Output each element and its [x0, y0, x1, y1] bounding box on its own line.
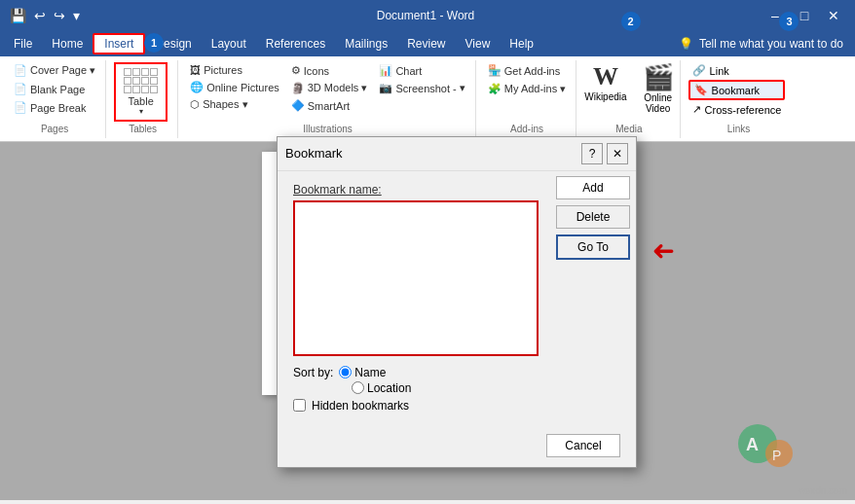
- media-group-label: Media: [615, 122, 642, 134]
- delete-button[interactable]: Delete: [556, 205, 630, 229]
- chart-button[interactable]: 📊 Chart: [375, 62, 468, 79]
- blank-page-button[interactable]: 📄 Blank Page: [10, 81, 89, 97]
- cross-reference-icon: ↗: [692, 103, 701, 116]
- pictures-button[interactable]: 🖼 Pictures: [186, 62, 283, 78]
- pictures-icon: 🖼: [190, 64, 201, 76]
- pages-group-label: Pages: [41, 122, 68, 134]
- title-bar: 💾 ↩ ↪ ▾ Document1 - Word – □ ✕: [0, 0, 855, 31]
- chart-icon: 📊: [379, 64, 392, 77]
- cross-reference-button[interactable]: ↗ Cross-reference: [688, 101, 786, 118]
- screenshot-icon: 📷: [379, 82, 392, 94]
- bookmark-icon: 🔖: [694, 84, 708, 96]
- online-pictures-icon: 🌐: [190, 81, 204, 93]
- add-button[interactable]: Add: [556, 176, 630, 199]
- smartart-button[interactable]: 🔷 SmartArt: [287, 97, 372, 114]
- blank-page-icon: 📄: [14, 83, 27, 95]
- sort-row: Sort by: Name: [293, 366, 539, 379]
- page-break-button[interactable]: 📄 Page Break: [10, 99, 90, 116]
- screenshot-button[interactable]: 📷 Screenshot - ▾: [375, 80, 468, 96]
- hidden-bookmarks-label: Hidden bookmarks: [312, 399, 409, 413]
- menu-mailings[interactable]: Mailings: [335, 33, 397, 54]
- menu-layout[interactable]: Layout: [202, 33, 256, 54]
- link-button[interactable]: 🔗 Link: [688, 62, 786, 79]
- addins-store-icon: 🏪: [488, 64, 502, 77]
- wikipedia-icon: W: [584, 62, 626, 91]
- ribbon-group-media: W Wikipedia 2 🎬 OnlineVideo Media: [578, 60, 680, 138]
- 3d-models-button[interactable]: 🗿 3D Models ▾: [287, 80, 372, 96]
- cancel-button[interactable]: Cancel: [546, 434, 620, 457]
- bookmark-list[interactable]: [293, 200, 539, 356]
- sort-location-radio[interactable]: Location: [352, 381, 411, 395]
- modal-action-buttons: Add Delete Go To: [548, 168, 636, 268]
- modal-controls: ? ✕: [581, 143, 628, 164]
- document-area: Bookmark ? ✕ Bookmark name: Sort by: Nam…: [0, 142, 855, 500]
- link-icon: 🔗: [692, 64, 706, 77]
- modal-close-button[interactable]: ✕: [607, 143, 628, 164]
- icons-icon: ⚙: [291, 64, 301, 77]
- bookmark-dialog: Bookmark ? ✕ Bookmark name: Sort by: Nam…: [277, 136, 637, 468]
- tell-me-bar[interactable]: 💡 Tell me what you want to do: [671, 37, 851, 51]
- smartart-icon: 🔷: [291, 99, 305, 112]
- window-title: Document1 - Word: [90, 9, 762, 22]
- cover-page-icon: 📄: [14, 64, 27, 77]
- my-addins-button[interactable]: 🧩 My Add-ins ▾: [484, 81, 570, 97]
- modal-overlay: Bookmark ? ✕ Bookmark name: Sort by: Nam…: [0, 142, 855, 500]
- sort-name-radio[interactable]: Name: [339, 366, 386, 379]
- bookmark-name-label: Bookmark name:: [293, 183, 539, 197]
- get-addins-button[interactable]: 🏪 Get Add-ins: [484, 62, 564, 79]
- lightbulb-icon: 💡: [679, 37, 693, 51]
- ribbon-group-tables: Table ▾ 1 Tables: [108, 60, 178, 138]
- qa-dropdown-icon[interactable]: ▾: [71, 6, 82, 25]
- redo-icon[interactable]: ↪: [52, 6, 67, 25]
- modal-title: Bookmark: [285, 146, 343, 161]
- sort-location-row: Location: [352, 381, 539, 395]
- bookmark-button[interactable]: 🔖 Bookmark: [688, 80, 786, 100]
- modal-footer: Cancel: [278, 428, 636, 467]
- menu-home[interactable]: Home: [42, 33, 93, 54]
- online-video-label: OnlineVideo: [643, 92, 674, 114]
- svg-text:P: P: [772, 448, 781, 463]
- menu-file[interactable]: File: [4, 33, 42, 54]
- page-break-icon: 📄: [14, 101, 27, 114]
- watermark: A P: [728, 419, 806, 481]
- hidden-bookmarks-checkbox[interactable]: [293, 399, 306, 412]
- undo-icon[interactable]: ↩: [32, 6, 48, 25]
- icons-button[interactable]: ⚙ Icons: [287, 62, 372, 79]
- ribbon-group-illustrations: 🖼 Pictures 🌐 Online Pictures ⬡ Shapes ▾ …: [180, 60, 476, 138]
- menu-references[interactable]: References: [256, 33, 335, 54]
- menu-view[interactable]: View: [456, 33, 501, 54]
- menu-insert[interactable]: Insert: [93, 33, 145, 54]
- ribbon-group-pages: 📄 Cover Page ▾ 📄 Blank Page 📄 Page Break…: [4, 60, 106, 138]
- ribbon: 📄 Cover Page ▾ 📄 Blank Page 📄 Page Break…: [0, 56, 855, 142]
- menu-bar: File Home Insert Design Layout Reference…: [0, 31, 855, 56]
- wikipedia-label: Wikipedia: [584, 91, 626, 102]
- window-controls: – □ ✕: [762, 2, 847, 29]
- links-group-label: Links: [727, 122, 750, 134]
- quick-access-toolbar: 💾 ↩ ↪ ▾: [8, 6, 82, 25]
- 3d-models-icon: 🗿: [291, 82, 305, 94]
- online-video-button[interactable]: 🎬 OnlineVideo: [643, 62, 674, 114]
- close-button[interactable]: ✕: [820, 2, 847, 29]
- badge-2: 2: [621, 12, 641, 31]
- shapes-button[interactable]: ⬡ Shapes ▾: [186, 96, 283, 113]
- online-pictures-button[interactable]: 🌐 Online Pictures: [186, 79, 283, 95]
- save-icon[interactable]: 💾: [8, 6, 28, 25]
- my-addins-icon: 🧩: [488, 83, 502, 95]
- ribbon-group-links: 🔗 Link 🔖 Bookmark ↗ Cross-reference 3: [683, 60, 796, 138]
- table-button[interactable]: Table ▾: [114, 62, 167, 122]
- modal-titlebar: Bookmark ? ✕: [278, 137, 636, 171]
- online-video-icon: 🎬: [643, 62, 674, 92]
- table-label: Table: [124, 95, 158, 107]
- svg-text:A: A: [746, 435, 759, 454]
- menu-help[interactable]: Help: [500, 33, 543, 54]
- ribbon-group-addins: 🏪 Get Add-ins 🧩 My Add-ins ▾ Add-ins: [478, 60, 576, 138]
- menu-review[interactable]: Review: [397, 33, 455, 54]
- cover-page-button[interactable]: 📄 Cover Page ▾: [10, 62, 99, 79]
- shapes-icon: ⬡: [190, 98, 200, 111]
- tables-group-label: Tables: [129, 122, 157, 134]
- go-to-button[interactable]: Go To: [556, 234, 630, 260]
- illustrations-group-label: Illustrations: [303, 122, 353, 134]
- wikipedia-button[interactable]: W Wikipedia: [584, 62, 626, 102]
- modal-help-button[interactable]: ?: [581, 143, 603, 164]
- arrow-indicator: ➜: [652, 234, 675, 267]
